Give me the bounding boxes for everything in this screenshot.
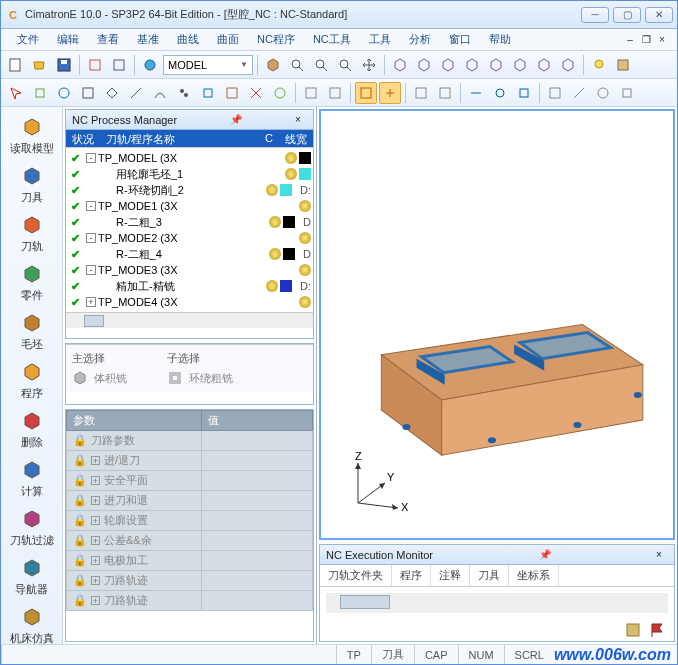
color-swatch[interactable] <box>283 216 295 228</box>
param-row[interactable]: 🔒+安全平面 <box>67 471 202 491</box>
toolbar-icon[interactable] <box>125 82 147 104</box>
color-swatch[interactable] <box>299 152 311 164</box>
cube-icon[interactable] <box>262 54 284 76</box>
toolbar-icon[interactable] <box>173 82 195 104</box>
col-status[interactable]: 状况 <box>66 130 100 147</box>
mdi-close-button[interactable]: × <box>655 33 669 47</box>
exec-tool-icon[interactable] <box>624 621 642 639</box>
param-value[interactable] <box>202 491 313 511</box>
bulb-icon[interactable] <box>266 184 278 196</box>
save-button[interactable] <box>53 54 75 76</box>
cube-icon[interactable] <box>509 54 531 76</box>
param-row[interactable]: 🔒+公差&&余 <box>67 531 202 551</box>
param-value[interactable] <box>202 571 313 591</box>
expand-icon[interactable]: - <box>86 201 96 211</box>
param-value[interactable] <box>202 451 313 471</box>
toolbar-icon[interactable] <box>84 54 106 76</box>
exec-col[interactable]: 注释 <box>431 565 470 586</box>
exec-col[interactable]: 程序 <box>392 565 431 586</box>
toolbar-icon[interactable] <box>53 82 75 104</box>
pin-icon[interactable]: 📌 <box>230 114 242 126</box>
menu-tools[interactable]: 工具 <box>361 30 399 49</box>
toolbar-icon[interactable] <box>592 82 614 104</box>
bulb-icon[interactable] <box>269 216 281 228</box>
toolbar-icon[interactable] <box>616 82 638 104</box>
color-swatch[interactable] <box>280 280 292 292</box>
col-c[interactable]: C <box>259 130 279 147</box>
param-value[interactable] <box>202 431 313 451</box>
param-row[interactable]: 🔒+轮廓设置 <box>67 511 202 531</box>
tree-row[interactable]: ✔R-环绕切削_2D: <box>68 182 311 198</box>
mdi-restore-button[interactable]: ❐ <box>639 33 653 47</box>
panel-close-icon[interactable]: × <box>656 549 668 561</box>
toolbar-icon[interactable] <box>77 82 99 104</box>
tree-row[interactable]: ✔+TP_MODE4 (3X <box>68 294 311 310</box>
expand-icon[interactable]: + <box>91 596 100 605</box>
cube-icon[interactable] <box>485 54 507 76</box>
main-sel-value[interactable]: 体积铣 <box>72 370 127 386</box>
tree-row[interactable]: ✔-TP_MODE2 (3X <box>68 230 311 246</box>
expand-icon[interactable]: + <box>86 297 96 307</box>
arrow-icon[interactable] <box>5 82 27 104</box>
zoom-icon[interactable] <box>334 54 356 76</box>
cube-icon[interactable] <box>437 54 459 76</box>
side-item[interactable]: 程序 <box>1 356 62 405</box>
side-item[interactable]: 刀轨 <box>1 209 62 258</box>
toolbar-icon[interactable] <box>197 82 219 104</box>
toolbar-icon[interactable] <box>434 82 456 104</box>
exec-scrollbar[interactable] <box>326 593 668 613</box>
open-button[interactable] <box>29 54 51 76</box>
menu-edit[interactable]: 编辑 <box>49 30 87 49</box>
bulb-icon[interactable] <box>266 280 278 292</box>
expand-icon[interactable]: + <box>91 516 100 525</box>
toolbar-icon[interactable] <box>149 82 171 104</box>
toolbar-icon[interactable] <box>29 82 51 104</box>
exec-flag-icon[interactable] <box>648 621 666 639</box>
mdi-minimize-button[interactable]: – <box>623 33 637 47</box>
params-header-v[interactable]: 值 <box>202 411 313 431</box>
cube-icon[interactable] <box>413 54 435 76</box>
tree-row[interactable]: ✔-TP_MODE1 (3X <box>68 198 311 214</box>
side-item[interactable]: 机床仿真 <box>1 601 62 644</box>
exec-col[interactable]: 坐标系 <box>509 565 559 586</box>
toolbar-icon[interactable] <box>245 82 267 104</box>
bulb-icon[interactable] <box>299 264 311 276</box>
menu-datum[interactable]: 基准 <box>129 30 167 49</box>
param-value[interactable] <box>202 591 313 611</box>
toolbar-icon[interactable] <box>410 82 432 104</box>
toolbar-icon[interactable] <box>324 82 346 104</box>
bulb-icon[interactable] <box>299 296 311 308</box>
params-header-p[interactable]: 参数 <box>67 411 202 431</box>
tree-row[interactable]: ✔精加工-精铣D: <box>68 278 311 294</box>
toolbar-icon[interactable] <box>221 82 243 104</box>
close-button[interactable]: ✕ <box>645 7 673 23</box>
expand-icon[interactable]: + <box>91 476 100 485</box>
color-swatch[interactable] <box>299 168 311 180</box>
toolbar-icon[interactable] <box>544 82 566 104</box>
side-item[interactable]: 计算 <box>1 454 62 503</box>
toolbar-icon[interactable] <box>465 82 487 104</box>
tree-row[interactable]: ✔-TP_MODE3 (3X <box>68 262 311 278</box>
menu-help[interactable]: 帮助 <box>481 30 519 49</box>
exec-col[interactable]: 刀轨文件夹 <box>320 565 392 586</box>
side-item[interactable]: 零件 <box>1 258 62 307</box>
new-button[interactable] <box>5 54 27 76</box>
side-item[interactable]: 导航器 <box>1 552 62 601</box>
menu-analyze[interactable]: 分析 <box>401 30 439 49</box>
side-item[interactable]: 刀轨过滤 <box>1 503 62 552</box>
pan-icon[interactable] <box>358 54 380 76</box>
param-value[interactable] <box>202 531 313 551</box>
toolbar-icon[interactable] <box>108 54 130 76</box>
menu-view[interactable]: 查看 <box>89 30 127 49</box>
tree-row[interactable]: ✔-TP_MODEL (3X <box>68 150 311 166</box>
pin-icon[interactable]: 📌 <box>539 549 551 561</box>
menu-nctool[interactable]: NC工具 <box>305 30 359 49</box>
toolbar-icon-active[interactable] <box>379 82 401 104</box>
bulb-icon[interactable] <box>269 248 281 260</box>
panel-close-icon[interactable]: × <box>295 114 307 126</box>
side-item[interactable]: 刀具 <box>1 160 62 209</box>
bulb-icon[interactable] <box>299 232 311 244</box>
param-value[interactable] <box>202 511 313 531</box>
menu-window[interactable]: 窗口 <box>441 30 479 49</box>
param-row[interactable]: 🔒+进/退刀 <box>67 451 202 471</box>
